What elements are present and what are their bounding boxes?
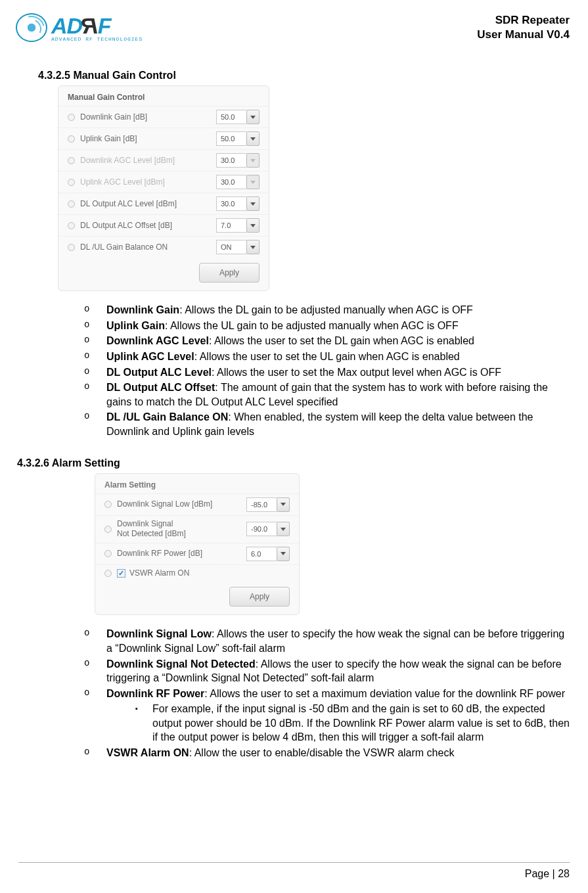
radio-icon[interactable] [104, 526, 112, 533]
logo-brand: ADRF [51, 13, 143, 39]
bullet-text: Downlink Gain: Allows the DL gain to be … [106, 303, 570, 317]
dropdown-value: 7.0 [216, 218, 246, 233]
row-label: VSWR Alarm ON [129, 568, 290, 579]
apply-button[interactable]: Apply [199, 263, 260, 283]
dropdown-value: 6.0 [246, 547, 277, 561]
bullet-text: Downlink RF Power: Allows the user to se… [106, 687, 570, 744]
check-icon: ✓ [118, 570, 124, 577]
dropdown[interactable]: 50.0 [216, 131, 260, 146]
bullet-marker: o [84, 350, 106, 364]
radio-icon [68, 179, 75, 186]
row-downlink-gain: Downlink Gain [dB] 50.0 [58, 106, 269, 127]
bullet-text: VSWR Alarm ON: Allow the user to enable/… [106, 746, 570, 760]
chevron-down-icon [246, 175, 260, 189]
radio-icon[interactable] [104, 570, 112, 577]
panel-title: Alarm Setting [95, 480, 299, 493]
row-label: Downlink AGC Level [dBm] [80, 156, 216, 165]
bullet-marker: o [84, 334, 106, 348]
panel-alarm: Alarm Setting Downlink Signal Low [dBm] … [95, 473, 300, 616]
row-label: Uplink AGC Level [dBm] [80, 177, 216, 187]
dropdown[interactable]: 50.0 [216, 110, 260, 124]
dropdown-value: -90.0 [246, 522, 277, 536]
chevron-down-icon [246, 153, 260, 168]
radio-icon[interactable] [68, 200, 75, 208]
row-label: DL Output ALC Offset [dB] [80, 221, 216, 230]
row-vswr: ✓ VSWR Alarm ON [95, 564, 299, 582]
bullet-text: Uplink AGC Level: Allows the user to set… [106, 350, 570, 364]
doc-title: SDR Repeater User Manual V0.4 [477, 13, 570, 42]
doc-title-line1: SDR Repeater [477, 13, 570, 28]
radio-icon[interactable] [68, 222, 75, 229]
chevron-down-icon[interactable] [277, 522, 290, 536]
radio-icon[interactable] [68, 244, 75, 251]
dropdown[interactable]: 7.0 [216, 218, 260, 233]
row-downlink-agc: Downlink AGC Level [dBm] 30.0 [58, 149, 269, 171]
row-dl-alc-level: DL Output ALC Level [dBm] 30.0 [58, 193, 269, 214]
row-dl-signal-low: Downlink Signal Low [dBm] -85.0 [95, 493, 299, 515]
bullet-text: DL Output ALC Offset: The amount of gain… [106, 380, 570, 409]
bullet-text: DL Output ALC Level: Allows the user to … [106, 365, 570, 380]
bullet-marker: o [84, 319, 106, 333]
row-label: DL Output ALC Level [dBm] [80, 199, 216, 208]
dropdown: 30.0 [216, 175, 260, 189]
sub-bullet-marker: ▪ [135, 702, 152, 744]
dropdown-value: 50.0 [216, 131, 246, 146]
section-heading-alarm: 4.3.2.6 Alarm Setting [17, 457, 570, 469]
bullet-text: Uplink Gain: Allows the UL gain to be ad… [106, 319, 570, 333]
logo: ADRF ADVANCED RF TECHNOLOGIES [16, 13, 143, 42]
bullet-marker: o [84, 303, 106, 317]
footer-rule [18, 862, 570, 863]
dropdown-value: -85.0 [246, 497, 277, 512]
radio-icon [68, 157, 75, 164]
bullet-marker: o [84, 380, 106, 409]
bullet-list-alarm: oDownlink Signal Low: Allows the user to… [84, 627, 570, 760]
dropdown-value: 50.0 [216, 110, 246, 124]
dropdown[interactable]: 30.0 [216, 196, 260, 211]
row-label: DL /UL Gain Balance ON [80, 242, 216, 252]
dropdown[interactable]: -85.0 [246, 497, 290, 512]
row-gain-balance: DL /UL Gain Balance ON ON [58, 236, 269, 258]
dropdown[interactable]: 6.0 [246, 547, 290, 561]
dropdown-value: 30.0 [216, 175, 246, 189]
bullet-marker: o [84, 627, 106, 655]
bullet-marker: o [84, 657, 106, 685]
panel-title: Manual Gain Control [58, 93, 269, 106]
row-dl-not-detected: Downlink Signal Not Detected [dBm] -90.0 [95, 515, 299, 543]
row-label: Downlink Gain [dB] [80, 112, 216, 122]
row-label: Downlink Signal Low [dBm] [117, 499, 246, 510]
chevron-down-icon[interactable] [246, 110, 260, 124]
bullet-text: Downlink Signal Not Detected: Allows the… [106, 657, 570, 685]
chevron-down-icon[interactable] [246, 196, 260, 211]
apply-button[interactable]: Apply [229, 587, 290, 607]
radio-icon[interactable] [68, 114, 75, 121]
sub-bullet-text: For example, if the input signal is -50 … [152, 702, 570, 744]
bullet-text: DL /UL Gain Balance ON: When enabled, th… [106, 410, 570, 438]
bullet-marker: o [84, 687, 106, 744]
dropdown-value: 30.0 [216, 153, 246, 168]
chevron-down-icon[interactable] [277, 547, 290, 561]
chevron-down-icon[interactable] [246, 240, 260, 254]
chevron-down-icon[interactable] [277, 497, 290, 512]
section-heading-manual-gain: 4.3.2.5 Manual Gain Control [38, 70, 570, 81]
bullet-text: Downlink AGC Level: Allows the user to s… [106, 334, 570, 348]
row-dl-rf-power: Downlink RF Power [dB] 6.0 [95, 543, 299, 564]
dropdown: 30.0 [216, 153, 260, 168]
radio-icon[interactable] [104, 501, 112, 508]
bullet-marker: o [84, 746, 106, 760]
bullet-list-manual-gain: oDownlink Gain: Allows the DL gain to be… [84, 303, 570, 438]
chevron-down-icon[interactable] [246, 131, 260, 146]
logo-swirl-icon [16, 13, 47, 42]
dropdown[interactable]: ON [216, 240, 260, 254]
row-label: Downlink RF Power [dB] [117, 549, 246, 559]
radio-icon[interactable] [68, 135, 75, 143]
doc-title-line2: User Manual V0.4 [477, 28, 570, 42]
row-label: Uplink Gain [dB] [80, 134, 216, 143]
checkbox-vswr[interactable]: ✓ [117, 569, 125, 578]
radio-icon[interactable] [104, 550, 112, 557]
bullet-text: Downlink Signal Low: Allows the user to … [106, 627, 570, 655]
chevron-down-icon[interactable] [246, 218, 260, 233]
dropdown[interactable]: -90.0 [246, 522, 290, 536]
dropdown-value: 30.0 [216, 196, 246, 211]
bullet-marker: o [84, 365, 106, 380]
row-uplink-gain: Uplink Gain [dB] 50.0 [58, 127, 269, 149]
